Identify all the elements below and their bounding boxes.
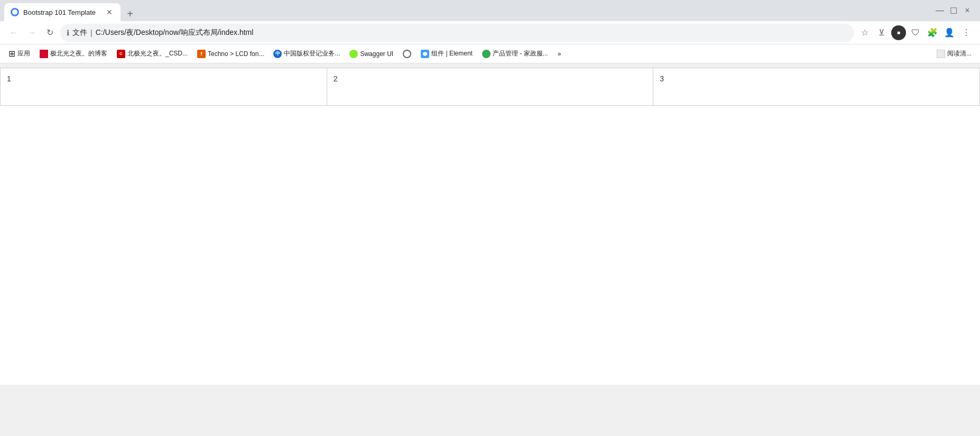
bookmark-product[interactable]: 产品管理 - 家政服...: [478, 47, 552, 60]
bookmark-product-label: 产品管理 - 家政服...: [493, 49, 548, 58]
bookmark-csdn[interactable]: C 北极光之夜。_CSD...: [113, 47, 192, 60]
bookmark-swagger-label: Swagger UI: [360, 50, 393, 58]
swagger-favicon-icon: [349, 50, 358, 58]
new-tab-button[interactable]: +: [123, 6, 137, 21]
navigation-bar: ← → ↻ ℹ 文件 | C:/Users/夜/Desktop/now/响应式布…: [0, 21, 980, 44]
china-favicon-icon: 中: [273, 50, 282, 58]
svg-marker-0: [423, 52, 427, 56]
bookmark-techno-label: Techno > LCD fon...: [208, 50, 264, 58]
address-separator: |: [90, 29, 93, 37]
bookmark-star-button[interactable]: ☆: [857, 25, 872, 40]
bookmark-swagger[interactable]: Swagger UI: [345, 48, 397, 60]
window-controls: — ☐ ×: [936, 6, 976, 15]
down-arrow-button[interactable]: ⊻: [874, 25, 889, 40]
close-button[interactable]: ×: [963, 6, 972, 15]
title-bar: Bootstrap 101 Template ✕ + — ☐ ×: [0, 0, 980, 21]
huawei-favicon-icon: [40, 50, 48, 58]
extensions-button[interactable]: 🧩: [925, 25, 940, 40]
apps-grid-icon: ⊞: [8, 49, 15, 59]
nav-actions: ☆ ⊻ ■ 🛡 🧩 👤 ⋮: [857, 25, 974, 40]
file-label: 文件: [72, 28, 87, 38]
bookmark-techno[interactable]: f Techno > LCD fon...: [193, 48, 268, 60]
bookmark-csdn-label: 北极光之夜。_CSD...: [127, 49, 188, 58]
element-favicon-icon: [421, 50, 429, 58]
techno-favicon-icon: f: [197, 50, 206, 58]
bookmark-china-copyright[interactable]: 中 中国版权登记业务...: [269, 47, 344, 60]
globe2-favicon-icon: [403, 50, 411, 58]
forward-button[interactable]: →: [24, 25, 39, 40]
shield-button[interactable]: 🛡: [908, 25, 923, 40]
account-button[interactable]: 👤: [942, 25, 957, 40]
bookmark-china-label: 中国版权登记业务...: [284, 49, 340, 58]
active-tab[interactable]: Bootstrap 101 Template ✕: [4, 3, 121, 21]
grid-container: 1 2 3: [0, 68, 980, 106]
bookmark-apps[interactable]: ⊞ 应用: [4, 47, 34, 61]
refresh-button[interactable]: ↻: [42, 25, 57, 40]
grid-column-1: 1: [1, 68, 327, 105]
column-2-label: 2: [334, 75, 338, 83]
address-bar[interactable]: ℹ 文件 | C:/Users/夜/Desktop/now/响应式布局/inde…: [60, 24, 854, 42]
bookmark-element-label: 组件 | Element: [431, 49, 473, 58]
tab-title: Bootstrap 101 Template: [23, 8, 100, 16]
column-3-label: 3: [660, 75, 664, 83]
grid-column-2: 2: [327, 68, 654, 105]
product-favicon-icon: [482, 50, 491, 58]
bookmarks-bar: ⊞ 应用 极北光之夜。的博客 C 北极光之夜。_CSD... f Techno …: [0, 44, 980, 63]
bookmark-globe2[interactable]: [399, 48, 415, 60]
tab-bar: Bootstrap 101 Template ✕ +: [4, 0, 936, 21]
bookmark-more-icon: »: [558, 50, 561, 58]
bookmark-reading[interactable]: 阅读清...: [932, 47, 976, 60]
more-menu-button[interactable]: ⋮: [959, 25, 974, 40]
grid-column-3: 3: [653, 68, 979, 105]
minimize-button[interactable]: —: [936, 6, 944, 15]
maximize-button[interactable]: ☐: [949, 6, 958, 15]
csdn-favicon-icon: C: [117, 50, 125, 58]
tab-favicon-icon: [11, 8, 19, 16]
address-info-icon: ℹ: [67, 29, 69, 37]
url-text: C:/Users/夜/Desktop/now/响应式布局/index.html: [96, 28, 254, 38]
bookmark-more-button[interactable]: »: [553, 48, 566, 60]
column-1-label: 1: [7, 75, 11, 83]
bookmark-element[interactable]: 组件 | Element: [417, 47, 477, 60]
bookmark-huawei[interactable]: 极北光之夜。的博客: [35, 47, 112, 60]
reading-favicon-icon: [937, 50, 945, 58]
bookmark-reading-label: 阅读清...: [947, 49, 972, 58]
tab-close-button[interactable]: ✕: [105, 7, 114, 17]
bookmark-huawei-label: 极北光之夜。的博客: [50, 49, 107, 58]
page-content: 1 2 3: [0, 68, 980, 385]
bookmark-apps-label: 应用: [17, 49, 30, 58]
back-button[interactable]: ←: [6, 25, 21, 40]
dark-square-button[interactable]: ■: [891, 25, 906, 40]
